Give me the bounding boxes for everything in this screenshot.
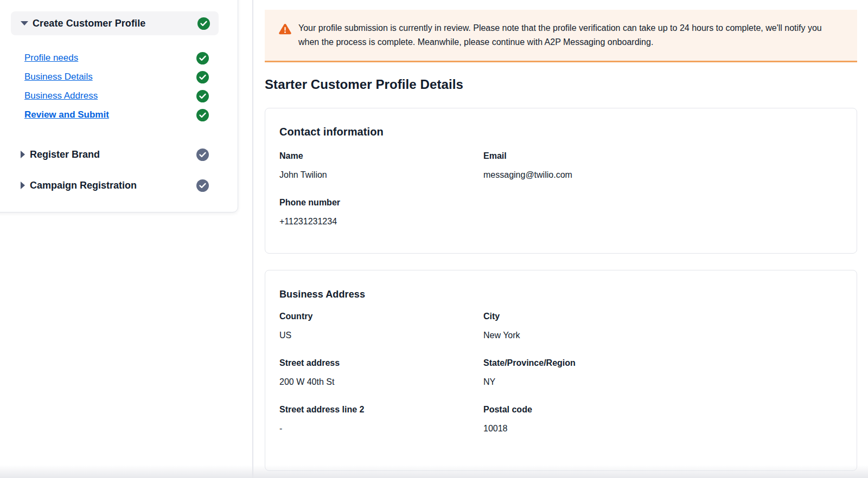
- banner-text: Your profile submission is currently in …: [298, 21, 842, 49]
- onboarding-steps-panel: Create Customer Profile Profile needs Bu…: [0, 0, 238, 212]
- check-complete-icon: [196, 52, 209, 64]
- page-title: Starter Customer Profile Details: [265, 76, 463, 93]
- substep-row: Business Details: [24, 70, 209, 83]
- step-label: Create Customer Profile: [33, 18, 145, 29]
- field-label: Street address: [279, 357, 483, 369]
- step-campaign-registration[interactable]: Campaign Registration: [21, 179, 209, 192]
- substep-row: Profile needs: [24, 51, 209, 64]
- chevron-right-icon: [21, 151, 25, 158]
- field-value: 10018: [483, 423, 843, 435]
- field-value: New York: [483, 330, 843, 341]
- step-register-brand[interactable]: Register Brand: [21, 148, 209, 161]
- check-complete-icon: [196, 71, 209, 83]
- field-empty: [483, 197, 843, 228]
- field-value: -: [279, 423, 483, 435]
- field-label: Country: [279, 311, 483, 322]
- field-label: Name: [279, 150, 483, 162]
- link-profile-needs[interactable]: Profile needs: [24, 53, 78, 63]
- link-review-and-submit[interactable]: Review and Submit: [24, 109, 109, 120]
- field-value: NY: [483, 376, 843, 388]
- field-label: Postal code: [483, 404, 843, 416]
- step-create-customer-profile[interactable]: Create Customer Profile: [11, 11, 219, 35]
- substep-row: Business Address: [24, 89, 209, 102]
- field-name: Name John Twilion: [279, 150, 483, 181]
- field-value: messaging@twilio.com: [483, 169, 843, 181]
- step-label: Register Brand: [30, 149, 100, 160]
- field-city: City New York: [483, 311, 843, 341]
- contact-information-card: Contact information Name John Twilion Em…: [265, 108, 857, 254]
- review-warning-banner: Your profile submission is currently in …: [265, 10, 857, 62]
- check-complete-icon: [197, 17, 210, 30]
- field-label: City: [483, 311, 843, 322]
- link-business-address[interactable]: Business Address: [24, 91, 98, 101]
- field-street-address: Street address 200 W 40th St: [279, 357, 483, 388]
- field-grid: Country US City New York Street address …: [279, 311, 843, 435]
- field-label: Phone number: [279, 197, 483, 209]
- field-value: +11231231234: [279, 216, 483, 228]
- check-muted-icon: [196, 148, 209, 161]
- field-phone-number: Phone number +11231231234: [279, 197, 483, 228]
- field-street-address-line-2: Street address line 2 -: [279, 404, 483, 435]
- link-business-details[interactable]: Business Details: [24, 72, 93, 82]
- vertical-divider: [252, 0, 253, 478]
- field-value: US: [279, 330, 483, 341]
- field-postal-code: Postal code 10018: [483, 404, 843, 435]
- field-email: Email messaging@twilio.com: [483, 150, 843, 181]
- field-label: Street address line 2: [279, 404, 483, 416]
- card-heading: Business Address: [279, 288, 843, 301]
- check-complete-icon: [196, 109, 209, 121]
- chevron-right-icon: [21, 182, 25, 189]
- step-label: Campaign Registration: [30, 180, 137, 191]
- field-grid: Name John Twilion Email messaging@twilio…: [279, 150, 843, 228]
- warning-icon: [279, 23, 291, 37]
- check-complete-icon: [196, 90, 209, 102]
- check-muted-icon: [196, 179, 209, 192]
- business-address-card: Business Address Country US City New Yor…: [265, 270, 857, 471]
- card-heading: Contact information: [279, 125, 843, 139]
- field-value: John Twilion: [279, 169, 483, 181]
- field-country: Country US: [279, 311, 483, 341]
- substep-row: Review and Submit: [24, 108, 209, 121]
- field-label: State/Province/Region: [483, 357, 843, 369]
- field-value: 200 W 40th St: [279, 376, 483, 388]
- chevron-down-icon: [21, 21, 28, 25]
- field-state-province-region: State/Province/Region NY: [483, 357, 843, 388]
- field-label: Email: [483, 150, 843, 162]
